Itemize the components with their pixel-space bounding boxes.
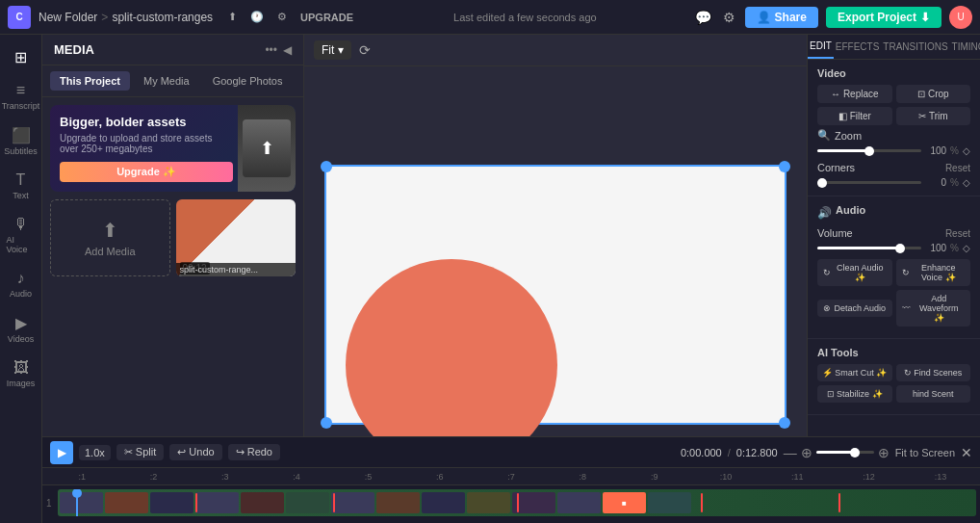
media-grid: ⬆ Add Media 00:12 split-custom-range... [50, 199, 296, 276]
zoom-keyframe-icon[interactable]: ◇ [963, 145, 970, 156]
smart-cut-button[interactable]: ⚡ Smart Cut ✨ [817, 364, 892, 381]
tab-effects[interactable]: EFFECTS [834, 35, 882, 59]
clean-audio-button[interactable]: ↻ Clean Audio ✨ [817, 259, 892, 286]
handle-top-right[interactable] [779, 161, 790, 172]
ai-tools-section: AI Tools ⚡ Smart Cut ✨ ↻ Find Scenes ⊡ S… [808, 339, 980, 415]
clip-thumb-7 [331, 492, 374, 513]
export-button[interactable]: Export Project ⬇ [826, 7, 941, 28]
sidebar-item-videos[interactable]: ▶ Videos [3, 308, 39, 350]
tab-transitions[interactable]: TRANSITIONS [881, 35, 949, 59]
timeline-tracks: 1 [42, 485, 980, 523]
sidebar-item-template[interactable]: ⊞ [3, 42, 39, 72]
video-row-2: ◧ Filter ✂ Trim [817, 107, 970, 125]
filter-button[interactable]: ◧ Filter [817, 107, 892, 125]
zoom-slider-track[interactable] [817, 149, 921, 152]
media-more-icon[interactable]: ••• [265, 43, 277, 57]
zoom-in-icon[interactable]: ⊕ [801, 445, 812, 460]
close-timeline-icon[interactable]: ✕ [961, 445, 972, 460]
breadcrumb-folder[interactable]: New Folder [39, 11, 97, 24]
tab-my-media[interactable]: My Media [134, 71, 199, 91]
media-collapse-icon[interactable]: ◀ [283, 43, 292, 57]
volume-slider-track[interactable] [817, 247, 921, 249]
media-tabs: This Project My Media Google Photos [42, 65, 303, 97]
clip-thumb-5 [241, 492, 284, 513]
settings-icon[interactable]: ⚙ [273, 9, 291, 25]
fit-screen-button[interactable]: Fit to Screen [895, 447, 955, 458]
topbar-actions: ⬆ 🕐 ⚙ UPGRADE [224, 9, 357, 25]
zoom-out-icon[interactable]: — [784, 445, 797, 460]
canvas-frame[interactable] [324, 165, 787, 425]
corners-pct: % [950, 177, 959, 188]
zoom-slider-timeline[interactable] [816, 451, 874, 454]
upgrade-card: Bigger, bolder assets Upgrade to upload … [50, 105, 296, 192]
detach-audio-button[interactable]: ⊗ Detach Audio [817, 300, 892, 317]
trim-button[interactable]: ✂ Trim [896, 107, 971, 125]
videos-icon: ▶ [15, 314, 27, 332]
upload-icon[interactable]: ⬆ [224, 9, 241, 25]
sidebar-item-transcript[interactable]: ≡ Transcript [3, 76, 39, 117]
upgrade-card-button[interactable]: Upgrade ✨ [60, 162, 233, 182]
zoom-slider-thumb[interactable] [864, 146, 874, 156]
add-icon: ⬆ [102, 219, 118, 242]
handle-bottom-left[interactable] [321, 417, 332, 429]
stabilize-button[interactable]: ⊡ Stabilize ✨ [817, 385, 892, 403]
video-row-1: ↔ Replace ⊡ Crop [817, 85, 970, 103]
sidebar-item-text[interactable]: T Text [3, 166, 39, 206]
canvas-rotate-icon[interactable]: ⟳ [359, 42, 371, 58]
ruler-mark: :10 [690, 472, 761, 482]
volume-keyframe-icon[interactable]: ◇ [963, 243, 970, 253]
corners-slider-thumb[interactable] [817, 178, 827, 188]
redo-button[interactable]: ↪ Redo [228, 444, 280, 460]
tab-edit[interactable]: EDIT [808, 35, 834, 59]
history-icon[interactable]: 🕐 [246, 9, 268, 25]
sidebar-item-ai-voice[interactable]: 🎙 AI Voice [3, 210, 39, 260]
handle-bottom-right[interactable] [779, 417, 790, 429]
corners-reset-button[interactable]: Reset [945, 163, 970, 173]
track-row-1: 1 [42, 485, 980, 520]
ai-tools-row1: ⚡ Smart Cut ✨ ↻ Find Scenes [817, 364, 970, 381]
tab-google-photos[interactable]: Google Photos [203, 71, 293, 91]
video-name: split-custom-range... [176, 263, 297, 276]
avatar[interactable]: U [949, 6, 972, 29]
add-media-label: Add Media [85, 246, 136, 257]
crop-button[interactable]: ⊡ Crop [896, 85, 971, 103]
sidebar-item-audio[interactable]: ♪ Audio [3, 264, 39, 304]
handle-top-left[interactable] [321, 161, 332, 172]
track-content[interactable]: ■ [58, 489, 976, 516]
current-time: 0:00.000 [681, 447, 722, 458]
find-scenes-button[interactable]: ↻ Find Scenes [896, 364, 971, 381]
volume-slider-thumb[interactable] [895, 244, 905, 253]
split-button[interactable]: ✂ Split [116, 444, 164, 460]
sidebar-item-subtitles[interactable]: ⬛ Subtitles [3, 120, 39, 162]
volume-reset-button[interactable]: Reset [945, 228, 970, 239]
speed-button[interactable]: 1.0x [79, 445, 111, 460]
media-thumbnail-1[interactable]: 00:12 split-custom-range... [176, 199, 297, 276]
zoom-slider-thumb-timeline[interactable] [850, 448, 860, 458]
add-media-button[interactable]: ⬆ Add Media [50, 199, 170, 276]
fit-dropdown[interactable]: Fit ▾ [314, 40, 351, 60]
share-button[interactable]: 👤 Share [745, 7, 818, 28]
tab-timing[interactable]: TIMING [950, 35, 980, 59]
media-title: MEDIA [54, 42, 94, 57]
upgrade-button[interactable]: UPGRADE [297, 10, 357, 25]
undo-button[interactable]: ↩ Undo [169, 444, 221, 460]
enhance-voice-button[interactable]: ↻ Enhance Voice ✨ [896, 259, 971, 286]
hind-scent-button[interactable]: hind Scent [896, 385, 971, 403]
add-waveform-button[interactable]: 〰 Add Waveform ✨ [896, 290, 971, 327]
corners-keyframe-icon[interactable]: ◇ [963, 177, 970, 188]
breadcrumb-project[interactable]: split-custom-ranges [112, 11, 213, 24]
message-icon[interactable]: 💬 [693, 8, 713, 27]
ai-voice-icon: 🎙 [13, 216, 29, 233]
replace-button[interactable]: ↔ Replace [817, 85, 892, 103]
clip-thumb-highlight: ■ [603, 492, 646, 513]
ruler-mark: :9 [619, 472, 690, 482]
settings2-icon[interactable]: ⚙ [721, 8, 737, 27]
sidebar-item-images[interactable]: 🖼 Images [3, 353, 39, 394]
timeline-ruler: :1 :2 :3 :4 :5 :6 :7 :8 :9 :10 :11 :12 :… [42, 468, 980, 485]
corners-slider-track[interactable] [817, 181, 921, 184]
play-button[interactable]: ▶ [50, 441, 73, 464]
clip-marker-4 [701, 493, 703, 512]
timeline-zoom-icons: — ⊕ ⊕ [784, 445, 890, 460]
zoom-in2-icon[interactable]: ⊕ [878, 445, 890, 460]
tab-this-project[interactable]: This Project [50, 71, 130, 91]
